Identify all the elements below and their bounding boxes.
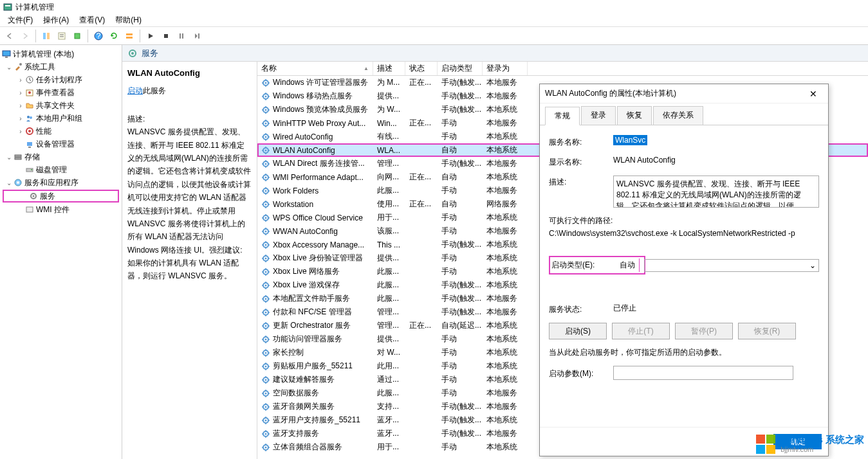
toolbar-btn-1[interactable] xyxy=(39,29,53,43)
service-name: 蓝牙用户支持服务_55211 xyxy=(273,415,360,426)
col-start[interactable]: 启动类型 xyxy=(438,62,483,75)
toolbar-btn-5[interactable] xyxy=(122,29,136,43)
tab-recovery[interactable]: 恢复 xyxy=(617,106,652,125)
event-icon xyxy=(24,87,35,98)
svg-point-118 xyxy=(265,257,267,259)
tree-device-manager[interactable]: 设备管理器 xyxy=(0,138,122,150)
back-button[interactable] xyxy=(3,29,17,43)
svg-point-52 xyxy=(265,109,267,111)
menu-action[interactable]: 操作(A) xyxy=(38,14,74,27)
service-desc: This ... xyxy=(373,240,405,249)
svc-name-value[interactable]: WlanSvc xyxy=(613,135,647,145)
tree-event-viewer[interactable]: › 事件查看器 xyxy=(0,86,122,99)
navigation-tree[interactable]: 计算机管理 (本地) ⌄ 系统工具 › 任务计划程序 › 事件查看器 › 共享文… xyxy=(0,45,122,459)
menu-help[interactable]: 帮助(H) xyxy=(110,14,147,27)
restart-icon[interactable] xyxy=(190,29,204,43)
expand-icon[interactable]: › xyxy=(17,76,24,84)
collapse-icon[interactable]: ⌄ xyxy=(5,179,13,186)
tree-system-tools[interactable]: ⌄ 系统工具 xyxy=(0,60,122,73)
help-icon[interactable]: ? xyxy=(91,29,106,43)
service-desc: 用于... xyxy=(373,212,405,223)
tab-logon[interactable]: 登录 xyxy=(581,106,616,125)
play-icon[interactable] xyxy=(143,29,158,43)
tree-local-users[interactable]: › 本地用户和组 xyxy=(0,112,122,125)
service-name: 立体音频组合器服务 xyxy=(273,442,342,453)
tab-dependencies[interactable]: 依存关系 xyxy=(653,106,703,125)
svg-rect-3 xyxy=(47,33,50,39)
service-name: Xbox Live 网络服务 xyxy=(273,266,340,277)
stop-icon[interactable] xyxy=(159,29,173,43)
service-desc: 管理... xyxy=(373,307,405,318)
tree-performance[interactable]: › 性能 xyxy=(0,125,122,138)
service-start: 自动 xyxy=(438,145,483,156)
start-service-link[interactable]: 启动 xyxy=(127,86,143,95)
service-logon: 本地系统 xyxy=(483,131,528,142)
tree-services[interactable]: 服务 xyxy=(3,190,119,203)
toolbar: ? xyxy=(0,27,868,45)
tree-disk-mgmt[interactable]: 磁盘管理 xyxy=(0,163,122,176)
tab-general[interactable]: 常规 xyxy=(545,107,580,125)
expand-icon[interactable]: › xyxy=(17,102,24,109)
close-icon[interactable]: ✕ xyxy=(804,89,823,99)
service-logon: 本地系统 xyxy=(483,415,528,426)
pause-icon[interactable] xyxy=(174,29,189,43)
service-start: 手动(触发... xyxy=(438,280,483,291)
service-desc: 为 W... xyxy=(373,104,405,115)
tree-task-scheduler[interactable]: › 任务计划程序 xyxy=(0,73,122,86)
forward-button[interactable] xyxy=(18,29,32,43)
svg-point-21 xyxy=(28,91,31,94)
collapse-icon[interactable]: ⌄ xyxy=(5,64,13,71)
tools-icon xyxy=(13,62,23,72)
service-logon: 本地系统 xyxy=(483,172,528,183)
tree-services-apps[interactable]: ⌄ 服务和应用程序 xyxy=(0,176,122,189)
menu-view[interactable]: 查看(V) xyxy=(74,14,110,27)
refresh-icon[interactable] xyxy=(107,29,121,43)
tree-storage[interactable]: ⌄ 存储 xyxy=(0,150,122,163)
service-detail-pane: WLAN AutoConfig 启动此服务 描述: WLANSVC 服务提供配置… xyxy=(122,62,257,459)
gear-icon xyxy=(28,191,39,201)
service-desc: 该服... xyxy=(373,226,405,237)
menu-file[interactable]: 文件(F) xyxy=(3,14,38,27)
col-name[interactable]: 名称▲ xyxy=(257,62,373,75)
service-desc: 通过... xyxy=(373,374,405,385)
service-name: Work Folders xyxy=(273,186,319,195)
tree-shared-folders[interactable]: › 共享文件夹 xyxy=(0,99,122,112)
startup-type-value: 自动 xyxy=(616,258,640,272)
svg-rect-0 xyxy=(4,4,12,10)
svg-rect-17 xyxy=(5,57,8,58)
service-desc: 提供... xyxy=(373,334,405,345)
tree-wmi[interactable]: WMI 控件 xyxy=(0,203,122,216)
export-icon[interactable] xyxy=(70,29,84,43)
properties-icon[interactable] xyxy=(55,29,69,43)
expand-icon[interactable]: › xyxy=(17,89,24,96)
col-status[interactable]: 状态 xyxy=(405,62,438,75)
gear-icon xyxy=(261,200,270,209)
dialog-titlebar[interactable]: WLAN AutoConfig 的属性(本地计算机) ✕ xyxy=(540,84,828,104)
col-desc[interactable]: 描述 xyxy=(373,62,405,75)
service-desc: 蓝牙... xyxy=(373,428,405,439)
collapse-icon[interactable]: ⌄ xyxy=(5,154,13,161)
svg-point-112 xyxy=(265,244,267,246)
start-button[interactable]: 启动(S) xyxy=(549,323,607,339)
service-start: 手动 xyxy=(438,131,483,142)
service-desc: 此服... xyxy=(373,266,405,277)
svg-rect-11 xyxy=(126,37,133,39)
svg-rect-4 xyxy=(59,33,65,39)
expand-icon[interactable]: › xyxy=(17,115,24,122)
desc-textarea[interactable]: WLANSVC 服务提供配置、发现、连接、断开与 IEEE 802.11 标准定… xyxy=(613,176,819,208)
gear-icon xyxy=(261,267,270,276)
service-logon: 本地系统 xyxy=(483,239,528,250)
svg-point-130 xyxy=(265,284,267,286)
expand-icon[interactable]: › xyxy=(17,128,24,135)
gear-icon xyxy=(261,308,270,317)
tree-root[interactable]: 计算机管理 (本地) xyxy=(0,48,122,60)
startup-type-select[interactable]: ⌄ xyxy=(644,259,819,272)
gear-icon xyxy=(261,348,270,357)
param-input[interactable] xyxy=(613,366,793,380)
service-desc: 用于... xyxy=(373,442,405,453)
sort-asc-icon: ▲ xyxy=(364,66,369,71)
svg-point-64 xyxy=(265,136,267,138)
service-desc: 对 W... xyxy=(373,347,405,358)
col-logon[interactable]: 登录为 xyxy=(483,62,528,75)
start-service-row: 启动此服务 xyxy=(127,86,252,96)
